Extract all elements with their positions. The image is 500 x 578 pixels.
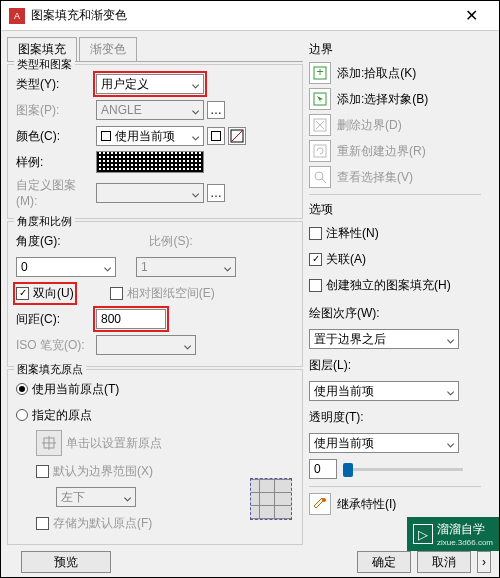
color-swatch-button[interactable] <box>207 127 225 145</box>
button-row: 预览 确定 取消 › <box>1 551 499 573</box>
select-layer[interactable]: 使用当前项 <box>309 381 459 401</box>
app-icon: A <box>9 8 25 24</box>
label-custom: 自定义图案(M): <box>16 177 96 208</box>
select-origin-pos: 左下 <box>56 487 136 507</box>
label-type: 类型(Y): <box>16 76 96 93</box>
set-origin-button <box>36 430 62 456</box>
close-button[interactable]: ✕ <box>451 2 491 30</box>
label-sample: 样例: <box>16 154 96 171</box>
ok-button[interactable]: 确定 <box>357 551 411 573</box>
label-layer: 图层(L): <box>309 357 351 374</box>
titlebar: A 图案填充和渐变色 ✕ <box>1 1 499 31</box>
add-pick-button[interactable]: + <box>309 62 331 84</box>
legend-boundary: 边界 <box>309 41 481 58</box>
label-click-origin: 单击以设置新原点 <box>66 435 162 452</box>
label-draworder: 绘图次序(W): <box>309 305 380 322</box>
label-pattern: 图案(P): <box>16 102 96 119</box>
color-none-button[interactable] <box>228 127 246 145</box>
select-angle[interactable]: 0 <box>16 257 116 277</box>
recreate-boundary-button <box>309 140 331 162</box>
group-angle-scale: 角度和比例 角度(G): 比例(S): 0 1 双向(U) 相对图纸空间(E) … <box>7 221 303 367</box>
checkbox-double[interactable]: 双向(U) <box>16 285 74 302</box>
label-scale: 比例(S): <box>149 233 282 250</box>
label-iso: ISO 笔宽(O): <box>16 337 96 354</box>
checkbox-default-extent: 默认为边界范围(X) <box>36 463 153 480</box>
watermark: ▷ 溜溜自学zixue.3d66.com <box>407 517 499 551</box>
select-custom <box>96 183 204 203</box>
custom-browse-button: … <box>207 184 225 202</box>
select-transparency[interactable]: 使用当前项 <box>309 433 459 453</box>
group-type-pattern: 类型和图案 类型(Y): 用户定义 图案(P): ANGLE … 颜色(C): … <box>7 64 303 219</box>
label-recreate: 重新创建边界(R) <box>337 143 426 160</box>
window-title: 图案填充和渐变色 <box>31 7 451 24</box>
input-transparency-num[interactable]: 0 <box>309 459 337 479</box>
svg-rect-11 <box>314 145 326 157</box>
label-delete: 删除边界(D) <box>337 117 402 134</box>
input-spacing[interactable]: 800 <box>96 309 166 329</box>
checkbox-annotative[interactable]: 注释性(N) <box>309 225 379 242</box>
select-pattern: ANGLE <box>96 100 204 120</box>
add-select-button[interactable] <box>309 88 331 110</box>
watermark-icon: ▷ <box>413 524 433 544</box>
label-spacing: 间距(C): <box>16 311 96 328</box>
radio-specified-origin[interactable]: 指定的原点 <box>16 407 92 424</box>
select-scale: 1 <box>136 257 236 277</box>
legend-type-pattern: 类型和图案 <box>14 57 75 72</box>
group-origin: 图案填充原点 使用当前原点(T) 指定的原点 单击以设置新原点 默认为边界范围(… <box>7 369 303 545</box>
select-color[interactable]: 使用当前项 <box>96 126 204 146</box>
label-color: 颜色(C): <box>16 128 96 145</box>
svg-text:+: + <box>316 66 323 79</box>
checkbox-store-origin: 存储为默认原点(F) <box>36 515 152 532</box>
label-inherit: 继承特性(I) <box>337 496 396 513</box>
label-angle: 角度(G): <box>16 233 149 250</box>
checkbox-separate[interactable]: 创建独立的图案填充(H) <box>309 277 451 294</box>
checkbox-associative[interactable]: 关联(A) <box>309 251 366 268</box>
label-transparency: 透明度(T): <box>309 409 364 426</box>
svg-point-14 <box>322 498 326 502</box>
inherit-button[interactable] <box>309 493 331 515</box>
select-iso <box>96 335 196 355</box>
svg-point-12 <box>315 172 323 180</box>
delete-boundary-button <box>309 114 331 136</box>
view-selection-button <box>309 166 331 188</box>
svg-line-13 <box>322 179 326 183</box>
select-draworder[interactable]: 置于边界之后 <box>309 329 459 349</box>
tab-gradient[interactable]: 渐变色 <box>79 37 137 61</box>
expand-button[interactable]: › <box>477 551 491 573</box>
legend-angle-scale: 角度和比例 <box>14 214 75 229</box>
pattern-browse-button[interactable]: … <box>207 101 225 119</box>
checkbox-paperspace: 相对图纸空间(E) <box>110 285 215 302</box>
cancel-button[interactable]: 取消 <box>417 551 471 573</box>
slider-transparency[interactable] <box>343 468 463 471</box>
preview-button[interactable]: 预览 <box>21 551 111 573</box>
origin-preview-swatch <box>250 478 292 520</box>
radio-current-origin[interactable]: 使用当前原点(T) <box>16 381 119 398</box>
label-view: 查看选择集(V) <box>337 169 413 186</box>
label-add-pick: 添加:拾取点(K) <box>337 65 416 82</box>
legend-options: 选项 <box>309 201 481 218</box>
legend-origin: 图案填充原点 <box>14 362 86 377</box>
select-type[interactable]: 用户定义 <box>96 74 204 94</box>
sample-swatch[interactable] <box>96 151 204 173</box>
dialog-window: A 图案填充和渐变色 ✕ 图案填充 渐变色 类型和图案 类型(Y): 用户定义 … <box>0 0 500 578</box>
label-add-select: 添加:选择对象(B) <box>337 91 428 108</box>
